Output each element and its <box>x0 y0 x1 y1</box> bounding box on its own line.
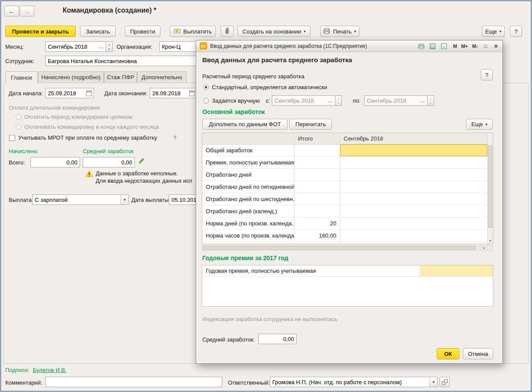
date-start-input[interactable]: 25.09.2018 <box>45 88 94 98</box>
scrollbar-thumb[interactable] <box>488 145 492 228</box>
spin-up-icon[interactable]: ▴ <box>106 42 112 47</box>
cancel-button[interactable]: Отмена <box>463 348 493 359</box>
tab-glavnoe[interactable]: Главное <box>5 71 38 83</box>
row-label-cell[interactable]: Отработано дней по шестидневн... <box>202 193 294 205</box>
itogo-cell[interactable] <box>294 144 340 156</box>
attachments-button[interactable] <box>221 26 234 37</box>
row-label-cell[interactable]: Премия, полностью учитываемая <box>202 157 294 168</box>
month-cell[interactable] <box>340 157 487 168</box>
calendar-icon[interactable]: 31 <box>439 42 448 50</box>
month-cell-selected[interactable] <box>340 144 487 156</box>
date-end-input[interactable]: 26.09.2018 <box>150 88 197 98</box>
memory-button[interactable]: М <box>450 42 460 50</box>
chevron-down-icon: ▾ <box>304 29 306 34</box>
spin-down-icon[interactable]: ▾ <box>106 47 112 51</box>
signatures-link[interactable]: Булатов И.В. <box>33 367 67 373</box>
month-cell[interactable] <box>340 230 487 241</box>
itogo-cell[interactable] <box>294 181 340 193</box>
organization-input[interactable]: Крон-Ц <box>159 41 197 52</box>
reread-button[interactable]: Перечитать <box>289 119 332 130</box>
row-label-cell[interactable]: Отработано дней <box>202 169 294 181</box>
combo-arrow-icon[interactable]: ▾ <box>120 195 128 204</box>
create-based-on-button[interactable]: Создать на основании ▾ <box>238 26 311 37</box>
horizontal-scrollbar[interactable]: ▸ <box>202 245 493 251</box>
maximize-button[interactable]: □ <box>481 42 490 50</box>
calendar-picker-icon[interactable] <box>86 90 92 96</box>
earnings-table: Итого Сентябрь 2018 Общий заработок Прем… <box>202 133 493 244</box>
memory-plus-button[interactable]: М+ <box>460 42 469 50</box>
row-label-cell[interactable]: Отработано дней по пятидневной... <box>202 181 294 193</box>
responsible-select[interactable]: Громова Н.П. (Нач. отд. по работе с перс… <box>270 377 438 387</box>
save-button[interactable]: Записать <box>80 26 116 37</box>
avg-earnings-link[interactable]: Средний заработок <box>83 148 134 154</box>
dialog-titlebar[interactable]: 1С Ввод данных для расчета среднего зара… <box>196 40 502 52</box>
total-input[interactable]: 0,00 <box>30 157 80 168</box>
calendar-picker-icon[interactable] <box>189 90 195 96</box>
row-label-cell[interactable]: Отработано дней (календ.) <box>202 205 294 217</box>
open-form-icon <box>442 379 448 385</box>
month-cell[interactable] <box>340 218 487 229</box>
warning-line2: Для ввода недостающих данных исп <box>96 178 192 184</box>
payment-select[interactable]: С зарплатой ▾ <box>32 194 129 205</box>
mrot-help-link[interactable]: ? <box>173 134 176 141</box>
edit-pencil-icon[interactable] <box>138 157 145 166</box>
month-cell[interactable] <box>340 181 487 193</box>
earnings-more-button[interactable]: Еще ▾ <box>466 119 493 130</box>
open-responsible-button[interactable] <box>439 377 450 387</box>
row-label-cell[interactable]: Норма дней (по произв. календа... <box>202 218 294 229</box>
tab-dopolnitelno[interactable]: Дополнительно <box>137 71 187 83</box>
employee-input[interactable]: Багрова Наталья Константиновна <box>45 56 197 66</box>
annual-row-label-cell[interactable]: Годовая премия, полностью учитываемая <box>202 265 420 276</box>
calculator-icon[interactable] <box>428 42 437 50</box>
itogo-cell[interactable] <box>294 205 340 217</box>
scroll-down-icon[interactable]: ▼ <box>488 238 493 243</box>
more-button[interactable]: Еще ▾ <box>482 26 505 37</box>
itogo-cell[interactable] <box>294 169 340 181</box>
month-cell[interactable] <box>340 169 487 181</box>
month-input[interactable]: Сентябрь 2018 … <box>45 41 106 52</box>
itogo-cell[interactable]: 160,00 <box>294 230 340 241</box>
payment-date-input[interactable]: 05.10.2018 <box>169 194 197 205</box>
help-button[interactable]: ? <box>510 26 522 37</box>
tab-stazh-pfr[interactable]: Стаж ПФР <box>104 71 137 83</box>
back-arrow-icon: ← <box>9 7 15 15</box>
avg-earnings-input[interactable]: 0,00 <box>83 157 135 168</box>
ok-button[interactable]: ОК <box>437 348 459 359</box>
dialog-avg-input[interactable]: 0,00 <box>258 334 297 344</box>
dialog-help-button[interactable]: ? <box>481 69 493 80</box>
memory-minus-button[interactable]: М- <box>470 42 480 50</box>
itogo-cell[interactable] <box>294 193 340 205</box>
combo-arrow-icon[interactable]: ▾ <box>429 377 437 387</box>
row-label-cell[interactable]: Общий заработок <box>202 144 294 156</box>
table-row: Общий заработок <box>202 144 487 157</box>
annual-value-cell[interactable] <box>420 265 493 276</box>
fill-from-fot-button[interactable]: Дополнить по данным ФОТ <box>202 119 288 130</box>
comment-input[interactable] <box>45 377 222 387</box>
nav-forward-button[interactable]: → <box>20 6 34 17</box>
radio-standard-period[interactable] <box>203 84 209 90</box>
radio-pay-whole-period <box>16 114 21 120</box>
post-button[interactable]: Провести <box>125 26 161 37</box>
close-button[interactable]: × <box>491 42 501 50</box>
period-label: Расчетный период среднего заработка <box>202 73 304 80</box>
itogo-cell[interactable] <box>294 157 340 168</box>
post-and-close-button[interactable]: Провести и закрыть <box>5 26 76 37</box>
pay-button[interactable]: Выплатить <box>170 26 216 37</box>
row-label-cell[interactable]: Норма часов (по произв. календа... <box>202 230 294 241</box>
month-cell[interactable] <box>340 193 487 205</box>
tab-nachisleno[interactable]: Начислено (подробно) <box>38 71 104 83</box>
radio-manual-period[interactable] <box>203 98 209 104</box>
spin-up-icon: ▴ <box>428 96 434 101</box>
ellipsis-button[interactable]: … <box>97 44 106 50</box>
itogo-cell[interactable]: 20 <box>294 218 340 229</box>
mrot-checkbox[interactable] <box>9 135 15 141</box>
ellipsis-button: … <box>419 97 427 104</box>
print-button[interactable]: Печать ▾ <box>320 26 359 37</box>
scroll-right-icon[interactable]: ▸ <box>481 245 487 250</box>
scrollbar-thumb[interactable] <box>203 246 476 250</box>
nav-back-button[interactable]: ← <box>4 6 19 17</box>
print-icon[interactable] <box>416 42 426 50</box>
month-spinner[interactable]: ▴ ▾ <box>106 41 113 52</box>
month-cell[interactable] <box>340 205 487 217</box>
vertical-scrollbar[interactable]: ▼ <box>487 133 493 244</box>
